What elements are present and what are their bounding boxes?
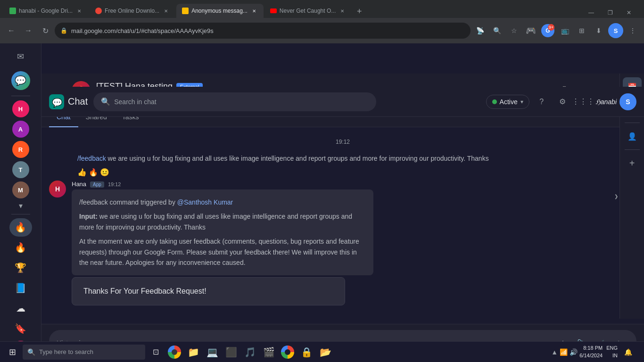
close-button[interactable]: ✕ [621, 8, 636, 18]
clock[interactable]: 8:18 PM 6/14/2024 [579, 345, 603, 359]
bookmark-icon[interactable]: ☆ [506, 23, 521, 38]
taskbar-music[interactable]: 🎵 [241, 344, 258, 361]
url-bar[interactable]: 🔒 mail.google.com/chat/u/1/#chat/space/A… [55, 23, 471, 39]
search-placeholder: Search in chat [114, 98, 157, 106]
sidebar-space-5[interactable]: ☁ [9, 299, 32, 318]
sidebar-contact-3[interactable]: R [9, 140, 32, 159]
maximize-button[interactable]: ❐ [603, 8, 618, 18]
menu-icon[interactable]: ⋮ [625, 23, 640, 38]
extension-icon-3[interactable]: 📺 [557, 23, 572, 38]
contacts-panel-icon[interactable]: 👤 [623, 127, 642, 146]
input-line: Input: we are using u for bug fixing and… [79, 211, 366, 232]
sidebar-space-1[interactable]: 🔥 [9, 218, 32, 237]
bot-message-card: /feedback command triggered by @Santhosh… [72, 189, 373, 275]
status-pill[interactable]: Active ▾ [486, 95, 529, 109]
tab-bar: hanabi - Google Dri... ✕ Free Online Dow… [0, 0, 644, 18]
tab-4[interactable]: Never Get Caught O... ✕ [264, 4, 352, 18]
taskbar-privacy[interactable]: 🔒 [298, 344, 315, 361]
command-line: /feedback command triggered by @Santhosh… [79, 197, 366, 207]
avatar-2: A [12, 121, 29, 138]
tab-2[interactable]: Free Online Downlo... ✕ [90, 4, 175, 18]
sidebar-space-4[interactable]: 📘 [9, 279, 32, 297]
tray-icon-sound[interactable]: 🔊 [570, 348, 578, 356]
help-icon[interactable]: ? [533, 93, 550, 110]
taskbar-browser2[interactable] [279, 344, 296, 361]
start-button[interactable]: ⊞ [4, 344, 21, 361]
reaction-neutral[interactable]: 😐 [100, 168, 109, 177]
chrome-icon [168, 346, 181, 359]
taskbar-player[interactable]: 🎬 [260, 344, 277, 361]
browser-chrome: hanabi - Google Dri... ✕ Free Online Dow… [0, 0, 644, 43]
sidebar-contact-2[interactable]: A [9, 120, 32, 139]
new-tab-button[interactable]: + [353, 5, 366, 18]
header-right: Active ▾ ? ⚙ ⋮⋮⋮ ℌanabi S [486, 93, 636, 110]
taskbar-terminal[interactable]: ⬛ [223, 344, 239, 361]
back-nav-button[interactable]: ← [4, 23, 19, 38]
hana-avatar: H [49, 181, 66, 197]
notification-icon[interactable]: 🔔 [619, 344, 636, 361]
extension-icon-1[interactable]: 🎮 [523, 23, 538, 38]
compose-icon[interactable]: ✉ [9, 47, 32, 66]
reload-button[interactable]: ↻ [38, 23, 53, 38]
expand-contacts-icon[interactable]: ▾ [19, 201, 23, 210]
zoom-icon[interactable]: 🔍 [489, 23, 504, 38]
sidebar-space-6[interactable]: 🔖 [9, 320, 32, 338]
sidebar-contact-1[interactable]: H [9, 100, 32, 118]
taskbar-search[interactable]: 🔍 Type here to search [23, 345, 145, 360]
avatar-5: M [12, 181, 29, 198]
tab-1-close[interactable]: ✕ [75, 7, 83, 15]
user-avatar[interactable]: S [619, 93, 636, 110]
taskbar-files[interactable]: 📂 [317, 344, 334, 361]
apps-icon[interactable]: ⋮⋮⋮ [575, 93, 592, 110]
search-bar[interactable]: 🔍 Search in chat [93, 92, 376, 111]
feedback-link[interactable]: /feedback [77, 155, 106, 162]
taskbar-vscode[interactable]: 💻 [204, 344, 221, 361]
chrome-inner [172, 349, 177, 355]
avatar-1: H [12, 100, 29, 117]
sidebar-space-2[interactable]: 🔥 [9, 239, 32, 257]
tab-4-close[interactable]: ✕ [339, 7, 346, 15]
minimize-button[interactable]: — [584, 8, 599, 18]
extension-icon-4[interactable]: ⊞ [574, 23, 589, 38]
chat-logo-svg: 💬 [49, 94, 64, 109]
user-feedback-message: /feedback we are using u for bug fixing … [49, 153, 636, 177]
window-controls: — ❐ ✕ [584, 8, 640, 18]
tab-1[interactable]: hanabi - Google Dri... ✕ [4, 4, 89, 18]
tab-3[interactable]: Anonymous messag... ✕ [176, 4, 264, 18]
extension-icon-2[interactable]: G 9+ [540, 23, 555, 38]
tab-3-favicon [182, 8, 189, 14]
tab-2-close[interactable]: ✕ [162, 7, 170, 15]
sidebar-divider-2 [11, 214, 30, 214]
panel-divider [625, 123, 640, 123]
download-icon[interactable]: ⬇ [591, 23, 606, 38]
app-name-label: Chat [68, 96, 88, 107]
mention-tag: @Santhosh Kumar [177, 198, 233, 206]
tab-3-close[interactable]: ✕ [250, 7, 258, 15]
taskbar-explorer[interactable]: 📁 [185, 344, 202, 361]
panel-collapse-button[interactable]: ❯ [614, 194, 618, 199]
sidebar-contact-5[interactable]: M [9, 181, 32, 199]
forward-nav-button[interactable]: → [21, 23, 36, 38]
bot-message-content: Hana App 19:12 /feedback command trigger… [72, 181, 636, 305]
settings-icon[interactable]: ⚙ [554, 93, 571, 110]
taskbar-chrome[interactable] [166, 344, 183, 361]
reaction-fire[interactable]: 🔥 [89, 168, 98, 177]
tab-2-label: Free Online Downlo... [105, 8, 159, 14]
left-sidebar: ✉ 💬 H A R T M ▾ 🔥 🔥 [0, 43, 41, 362]
reaction-thumbs-up[interactable]: 👍 [77, 168, 87, 177]
taskbar: ⊞ 🔍 Type here to search ⊡ 📁 💻 ⬛ 🎵 🎬 🔒 📂 … [0, 341, 644, 362]
app-header: 💬 Chat 🔍 Search in chat Active ▾ ? ⚙ ⋮⋮⋮… [41, 87, 644, 117]
tray-icon-1[interactable]: ▲ [551, 348, 558, 356]
sidebar-contact-4[interactable]: T [9, 161, 32, 179]
google-chat-logo-icon: 💬 [11, 71, 30, 90]
tab-1-favicon [9, 8, 16, 14]
tray-icon-network[interactable]: 📶 [560, 348, 568, 356]
sidebar-space-3[interactable]: 🏆 [9, 259, 32, 277]
profile-avatar[interactable]: S [608, 23, 623, 38]
taskbar-task-view[interactable]: ⊡ [147, 344, 164, 361]
bot-message-row: H Hana App 19:12 /feedback command trigg… [49, 181, 636, 305]
url-text: mail.google.com/chat/u/1/#chat/space/AAA… [71, 27, 465, 34]
cast-icon[interactable]: 📡 [472, 23, 487, 38]
sys-tray-icons: ▲ 📶 🔊 [551, 348, 578, 356]
add-panel-button[interactable]: + [623, 154, 642, 173]
